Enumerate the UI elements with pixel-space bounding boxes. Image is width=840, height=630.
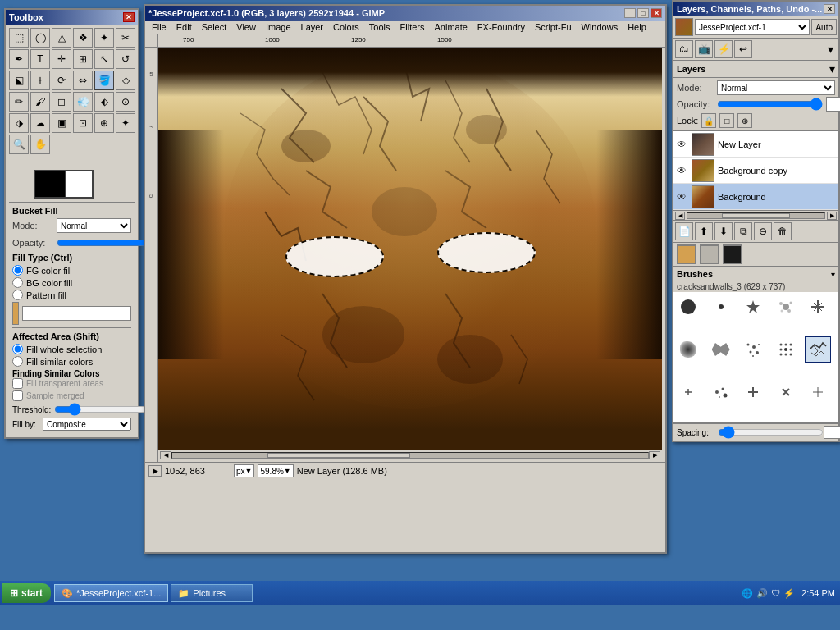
pattern-fill-radio[interactable]	[12, 290, 23, 300]
layer-visibility-new[interactable]: 👁	[675, 138, 688, 151]
menu-tools[interactable]: Tools	[364, 21, 395, 33]
menu-edit[interactable]: Edit	[171, 21, 197, 33]
start-button[interactable]: ⊞ start	[2, 583, 51, 603]
scroll-right-button[interactable]: ▶	[649, 451, 660, 459]
tool-scissors[interactable]: ✂	[116, 28, 135, 48]
brush-item-6[interactable]	[675, 336, 701, 363]
tool-eyedropper[interactable]: ✦	[116, 113, 135, 133]
tab-layers[interactable]: 🗂	[675, 40, 693, 58]
brush-item-8[interactable]	[740, 336, 766, 363]
swatch-2[interactable]	[700, 244, 719, 264]
swatch-3[interactable]	[723, 244, 742, 264]
spacing-input[interactable]: 10.0	[824, 426, 840, 439]
nav-button[interactable]: ▶	[148, 465, 162, 477]
new-layer-button[interactable]: 📄	[675, 222, 693, 240]
tool-blur[interactable]: ☁	[30, 113, 50, 133]
tab-undo[interactable]: ↩	[734, 40, 752, 58]
brush-item-13[interactable]	[740, 379, 766, 405]
tool-eraser[interactable]: ◻	[52, 92, 71, 112]
lower-layer-button[interactable]: ⬇	[714, 222, 733, 240]
brush-item-10[interactable]	[805, 336, 831, 363]
menu-image[interactable]: Image	[261, 21, 296, 33]
layer-visibility-bg-copy[interactable]: 👁	[675, 164, 688, 177]
tool-align[interactable]: ⊞	[73, 49, 93, 69]
tool-free-select[interactable]: △	[52, 28, 71, 48]
brush-item-11[interactable]	[675, 379, 701, 405]
taskbar-item-gimp[interactable]: 🎨 *JesseProject.xcf-1...	[54, 584, 168, 602]
brush-item-2[interactable]	[708, 294, 734, 320]
layer-item-background[interactable]: 👁 Background	[673, 184, 838, 210]
menu-animate[interactable]: Animate	[429, 21, 472, 33]
tool-paintbrush[interactable]: 🖌	[30, 92, 50, 112]
tool-paths[interactable]: ✒	[9, 49, 29, 69]
pattern-input[interactable]: Pine	[22, 306, 131, 321]
delete-layer-button[interactable]: 🗑	[774, 222, 792, 240]
taskbar-item-pictures[interactable]: 📁 Pictures	[171, 584, 253, 602]
gimp-close-button[interactable]: ✕	[651, 8, 662, 18]
bg-fill-radio[interactable]	[12, 277, 23, 288]
tool-text[interactable]: T	[30, 49, 50, 69]
tool-dodge[interactable]: ⊡	[73, 113, 93, 133]
fill-transparent-check[interactable]	[12, 378, 23, 389]
layers-scroll-track[interactable]	[687, 212, 825, 219]
panel-collapse-button[interactable]: ▾	[824, 43, 837, 56]
gimp-minimize-button[interactable]: _	[624, 8, 636, 18]
menu-help[interactable]: Help	[623, 21, 651, 33]
duplicate-layer-button[interactable]: ⧉	[734, 222, 752, 240]
gimp-maximize-button[interactable]: □	[637, 8, 649, 18]
brush-item-7[interactable]	[708, 336, 734, 363]
fill-whole-radio[interactable]	[12, 344, 23, 354]
status-unit[interactable]: px ▼	[234, 464, 254, 477]
fill-similar-radio[interactable]	[12, 356, 23, 367]
layer-mode-select[interactable]: Normal	[717, 80, 835, 95]
image-select-dropdown[interactable]: JesseProject.xcf-1	[695, 19, 810, 35]
tool-flip[interactable]: ⇔	[73, 71, 93, 90]
tool-rotate[interactable]: ↺	[116, 49, 135, 69]
brush-item-4[interactable]	[773, 294, 799, 320]
h-scroll-thumb[interactable]	[267, 453, 410, 458]
canvas-image[interactable]	[158, 48, 662, 450]
tool-pencil[interactable]: ✏	[9, 92, 29, 112]
layers-section-collapse[interactable]: ▾	[829, 62, 835, 75]
tool-airbrush[interactable]: 💨	[73, 92, 93, 112]
status-zoom[interactable]: 59.8% ▼	[258, 464, 293, 477]
canvas-container[interactable]: ◀ ▶	[158, 48, 664, 462]
layer-opacity-input[interactable]: 100.0	[826, 97, 840, 112]
brush-item-12[interactable]	[708, 379, 734, 405]
tool-ellipse-select[interactable]: ◯	[30, 28, 50, 48]
anchor-layer-button[interactable]: ⊖	[754, 222, 772, 240]
menu-filters[interactable]: Filters	[395, 21, 430, 33]
h-scroll-track[interactable]	[171, 452, 649, 459]
brush-item-5[interactable]	[805, 294, 831, 320]
menu-windows[interactable]: Windows	[577, 21, 623, 33]
layers-close-button[interactable]: ✕	[824, 4, 835, 14]
auto-button[interactable]: Auto	[811, 19, 837, 35]
layer-opacity-slider[interactable]	[717, 100, 823, 108]
fill-by-select[interactable]: Composite	[43, 418, 131, 431]
menu-layer[interactable]: Layer	[296, 21, 329, 33]
tool-blend[interactable]: ◇	[116, 71, 135, 90]
scroll-left-button[interactable]: ◀	[160, 451, 171, 459]
tool-crop[interactable]: ⤡	[94, 49, 114, 69]
tool-pan[interactable]: ✋	[30, 135, 50, 154]
h-scrollbar[interactable]: ◀ ▶	[158, 450, 662, 459]
layer-item-bg-copy[interactable]: 👁 Background copy	[673, 158, 838, 184]
menu-scriptfu[interactable]: Script-Fu	[530, 21, 577, 33]
raise-layer-button[interactable]: ⬆	[695, 222, 713, 240]
tool-select-color[interactable]: ✦	[94, 28, 114, 48]
menu-fx[interactable]: FX-Foundry	[472, 21, 530, 33]
swatch-1[interactable]	[677, 244, 696, 264]
tab-channels[interactable]: 📺	[695, 40, 713, 58]
tool-clone[interactable]: ⊙	[116, 92, 135, 112]
menu-colors[interactable]: Colors	[328, 21, 364, 33]
brushes-expand-button[interactable]: ▾	[831, 270, 835, 279]
tool-shear[interactable]: ⫲	[30, 71, 50, 90]
layer-item-new[interactable]: 👁 New Layer	[673, 131, 838, 158]
tool-smudge[interactable]: ▣	[52, 113, 71, 133]
pattern-preview[interactable]	[12, 302, 19, 325]
brush-item-1[interactable]	[675, 294, 701, 320]
tool-ink[interactable]: ⬖	[94, 92, 114, 112]
lock-position-button[interactable]: □	[719, 113, 734, 128]
sample-merged-check[interactable]	[12, 390, 23, 401]
tool-measure[interactable]: ⊕	[94, 113, 114, 133]
